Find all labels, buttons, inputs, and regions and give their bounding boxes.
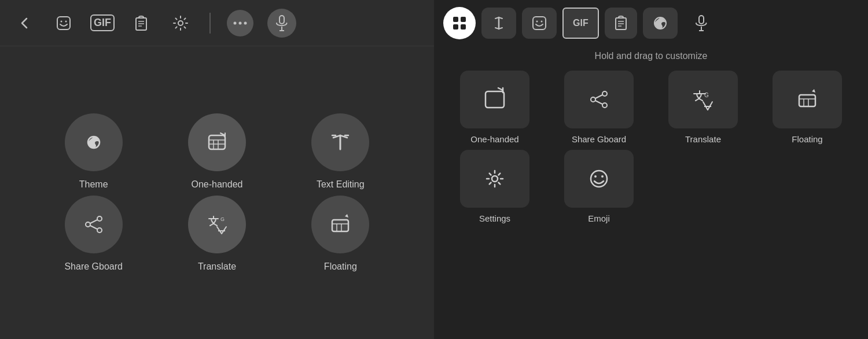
clipboard-button-right[interactable]	[605, 8, 637, 39]
gif-button[interactable]: GIF	[90, 14, 115, 31]
sticker-icon[interactable]	[51, 10, 76, 36]
svg-point-7	[178, 21, 183, 25]
svg-point-48	[602, 103, 607, 108]
svg-point-60	[594, 175, 597, 178]
svg-rect-11	[279, 16, 284, 24]
svg-point-8	[234, 21, 237, 24]
svg-rect-15	[209, 135, 225, 149]
svg-rect-31	[453, 17, 458, 22]
right-grid-emoji[interactable]: Emoji	[550, 150, 648, 223]
hint-text: Hold and drag to customize	[434, 46, 868, 71]
right-grid-settings[interactable]: Settings	[446, 150, 544, 223]
right-grid-row1: One-handed Share Gboard	[434, 71, 868, 150]
svg-point-37	[541, 21, 543, 23]
svg-rect-35	[533, 17, 546, 30]
grid-item-one-handed[interactable]: One-handed	[158, 113, 275, 190]
svg-line-50	[595, 95, 602, 98]
right-floating-icon	[773, 71, 842, 128]
grid-item-floating[interactable]: Floating	[282, 196, 399, 272]
clipboard-icon[interactable]	[128, 10, 154, 36]
grid-item-translate[interactable]: G Translate	[158, 196, 275, 272]
right-settings-label: Settings	[479, 213, 510, 223]
toolbar-separator	[209, 13, 211, 34]
translate-label: Translate	[198, 261, 236, 272]
right-grid-floating[interactable]: Floating	[758, 71, 856, 144]
share-gboard-icon	[65, 196, 123, 253]
left-grid: Theme One-handed	[0, 46, 434, 339]
svg-point-61	[601, 175, 604, 178]
right-emoji-icon	[564, 150, 634, 208]
svg-point-2	[65, 20, 67, 22]
svg-text:G: G	[220, 216, 225, 222]
svg-point-49	[591, 97, 595, 102]
one-handed-icon	[188, 113, 246, 171]
floating-label: Floating	[324, 261, 357, 272]
theme-icon	[65, 113, 123, 171]
svg-rect-0	[57, 17, 70, 30]
mic-button-left[interactable]	[267, 9, 296, 38]
svg-line-51	[595, 101, 602, 104]
right-translate-icon: G	[668, 71, 738, 128]
svg-point-9	[239, 21, 242, 24]
grid-item-text-editing[interactable]: Text Editing	[282, 113, 399, 190]
right-share-icon	[564, 71, 634, 128]
svg-point-59	[591, 171, 607, 187]
left-panel: GIF	[0, 0, 434, 339]
right-floating-label: Floating	[792, 134, 822, 144]
text-editing-icon	[311, 113, 369, 171]
theme-label: Theme	[79, 179, 108, 190]
more-button[interactable]	[227, 10, 253, 36]
gif-button-right[interactable]: GIF	[562, 8, 599, 39]
svg-point-22	[86, 222, 90, 227]
right-share-label: Share Gboard	[572, 134, 626, 144]
svg-point-36	[536, 21, 538, 23]
right-toolbar: GIF	[434, 0, 868, 46]
right-emoji-label: Emoji	[588, 213, 610, 223]
svg-rect-54	[799, 95, 815, 106]
svg-point-47	[602, 91, 607, 96]
grid-item-theme[interactable]: Theme	[35, 113, 152, 190]
left-toolbar: GIF	[0, 0, 434, 46]
svg-point-20	[97, 216, 102, 221]
back-button[interactable]	[12, 10, 37, 36]
svg-point-58	[492, 176, 498, 182]
svg-point-10	[244, 21, 247, 24]
right-one-handed-label: One-handed	[470, 134, 518, 144]
svg-point-1	[61, 20, 62, 22]
mic-button-right[interactable]	[686, 8, 717, 39]
settings-icon[interactable]	[168, 10, 193, 36]
svg-point-21	[97, 228, 102, 233]
svg-rect-46	[486, 91, 504, 108]
svg-line-23	[90, 220, 97, 223]
right-grid-row2: Settings Emoji	[434, 150, 868, 229]
all-button[interactable]	[443, 7, 476, 39]
svg-rect-33	[453, 24, 458, 30]
right-translate-label: Translate	[685, 134, 721, 144]
right-panel: GIF	[434, 0, 868, 339]
svg-rect-43	[699, 16, 704, 24]
right-grid-one-handed[interactable]: One-handed	[446, 71, 544, 144]
right-grid-share[interactable]: Share Gboard	[550, 71, 648, 144]
right-settings-icon	[460, 150, 529, 208]
text-cursor-button[interactable]	[481, 8, 516, 39]
svg-rect-34	[461, 24, 466, 30]
palette-button-right[interactable]	[643, 8, 678, 39]
share-gboard-label: Share Gboard	[64, 261, 123, 272]
svg-text:G: G	[704, 92, 709, 98]
svg-rect-32	[461, 17, 466, 22]
right-grid-translate[interactable]: G Translate	[654, 71, 752, 144]
floating-icon	[311, 196, 369, 253]
svg-rect-27	[332, 220, 348, 231]
right-one-handed-icon	[460, 71, 529, 128]
svg-line-24	[90, 226, 97, 229]
grid-item-share-gboard[interactable]: Share Gboard	[35, 196, 152, 272]
one-handed-label: One-handed	[192, 179, 243, 190]
sticker-button-right[interactable]	[522, 8, 557, 39]
text-editing-label: Text Editing	[317, 179, 365, 190]
translate-icon: G	[188, 196, 246, 253]
